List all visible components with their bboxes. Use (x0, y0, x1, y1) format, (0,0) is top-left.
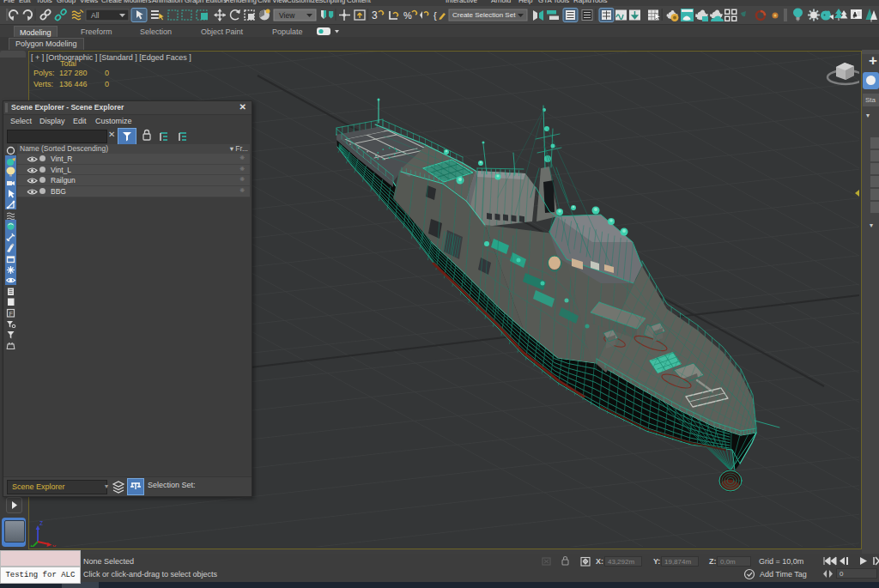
svg-text:View: View (279, 11, 295, 20)
svg-text:{: { (433, 10, 437, 21)
svg-text:x: x (52, 543, 57, 547)
svg-text:3: 3 (372, 9, 378, 21)
svg-text:%: % (403, 10, 412, 21)
svg-text:Create Selection Set: Create Selection Set (452, 11, 516, 19)
svg-text:F: F (9, 309, 14, 317)
svg-text:All: All (91, 11, 100, 20)
svg-text:z: z (39, 518, 43, 527)
